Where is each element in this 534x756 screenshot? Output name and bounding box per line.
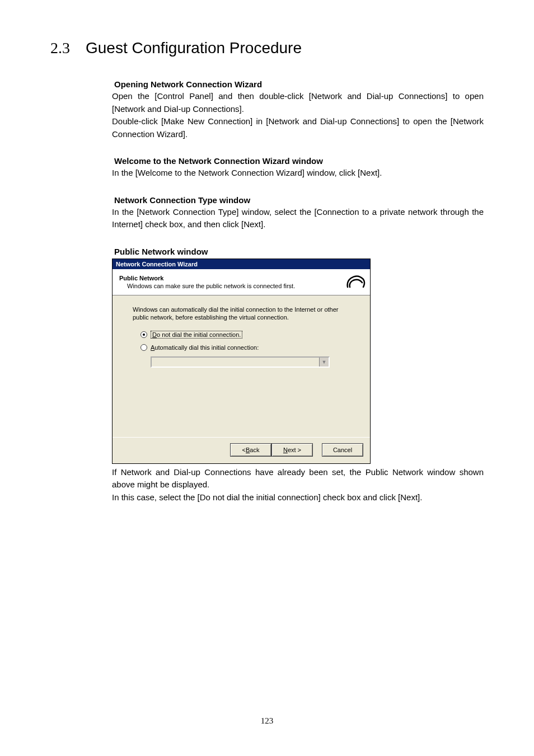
body-text: In the [Network Connection Type] window,… — [112, 206, 484, 231]
opening-wizard-section: Opening Network Connection Wizard Open t… — [112, 79, 484, 140]
body-text: Open the [Control Panel] and then double… — [112, 90, 484, 115]
radio-auto-dial[interactable]: Automatically dial this initial connecti… — [140, 344, 350, 351]
back-button[interactable]: < Back — [230, 443, 271, 457]
sub-heading: Welcome to the Network Connection Wizard… — [114, 156, 484, 166]
body-text: In this case, select the [Do not dial th… — [112, 491, 484, 504]
dialog-description: Windows can automatically dial the initi… — [133, 306, 350, 322]
radio-label: Automatically dial this initial connecti… — [151, 344, 259, 351]
public-network-section: Public Network window Network Connection… — [112, 247, 484, 504]
next-button[interactable]: Next > — [271, 443, 313, 457]
body-text: If Network and Dial-up Connections have … — [112, 466, 484, 491]
network-wizard-icon — [342, 269, 370, 295]
body-text: Double-click [Make New Connection] in [N… — [112, 115, 484, 140]
page-number: 123 — [50, 716, 484, 726]
dialog-body: Windows can automatically dial the initi… — [113, 295, 370, 437]
radio-icon — [140, 331, 147, 338]
network-connection-wizard-dialog: Network Connection Wizard Public Network… — [112, 259, 371, 464]
cancel-button[interactable]: Cancel — [322, 443, 363, 457]
body-text: In the [Welcome to the Network Connectio… — [112, 167, 484, 180]
connection-dropdown[interactable]: ▼ — [151, 356, 330, 368]
sub-heading: Opening Network Connection Wizard — [114, 79, 484, 89]
radio-icon — [140, 344, 147, 351]
sub-heading: Public Network window — [114, 247, 484, 256]
dialog-header-title: Public Network — [119, 275, 335, 281]
dialog-titlebar: Network Connection Wizard — [113, 259, 370, 269]
section-heading: Guest Configuration Procedure — [86, 39, 302, 57]
radio-label: Do not dial the initial connection. — [151, 331, 242, 339]
dialog-button-row: < Back Next > Cancel — [113, 437, 370, 463]
sub-heading: Network Connection Type window — [114, 195, 484, 205]
section-number: 2.3 — [50, 39, 70, 57]
dialog-header-subtitle: Windows can make sure the public network… — [127, 283, 335, 289]
chevron-down-icon: ▼ — [319, 358, 329, 367]
section-title: 2.3 Guest Configuration Procedure — [50, 39, 484, 57]
dropdown-value — [152, 358, 319, 367]
radio-do-not-dial[interactable]: Do not dial the initial connection. — [140, 331, 350, 339]
connection-type-section: Network Connection Type window In the [N… — [112, 195, 484, 231]
welcome-section: Welcome to the Network Connection Wizard… — [112, 156, 484, 180]
dialog-header: Public Network Windows can make sure the… — [113, 269, 370, 295]
